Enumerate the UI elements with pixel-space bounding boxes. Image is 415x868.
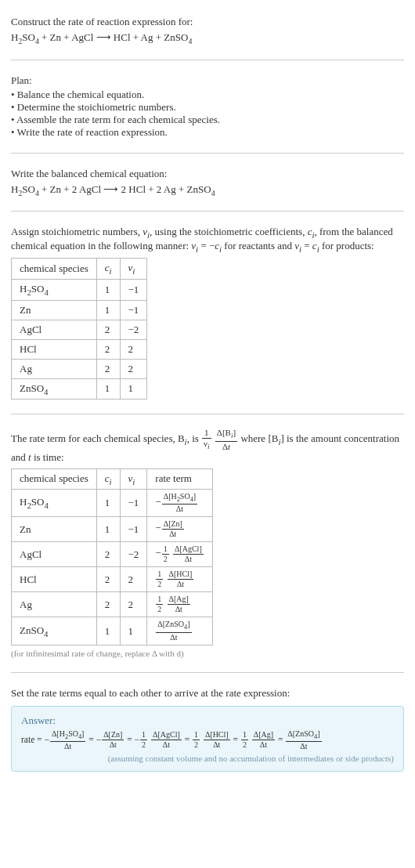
plan-item: Assemble the rate term for each chemical…: [11, 114, 404, 126]
cell-c: 1: [96, 378, 120, 400]
cell-v: −2: [120, 542, 147, 567]
plan-list: Balance the chemical equation.Determine …: [11, 89, 404, 139]
cell-species: AgCl: [12, 542, 97, 567]
cell-species: Ag: [12, 592, 97, 617]
plan-item: Write the rate of reaction expression.: [11, 126, 404, 139]
cell-species: Zn: [12, 517, 97, 542]
answer-box: Answer: rate = −Δ[H2SO4]Δt = −Δ[Zn]Δt = …: [11, 706, 404, 772]
rate-frac: Δ[Zn]Δt: [162, 520, 184, 538]
cell-v: −2: [120, 320, 147, 339]
rate-frac-delta: Δ[Bi] Δt: [215, 429, 237, 450]
cell-v: −1: [120, 517, 147, 542]
cell-v: 2: [120, 339, 147, 359]
answer-title: Answer:: [21, 714, 394, 727]
col-v: νi: [120, 259, 147, 280]
divider: [11, 672, 404, 673]
cell-v: 2: [120, 567, 147, 592]
ans-frac: Δ[Zn]Δt: [102, 731, 124, 749]
rate-intro-prefix2: , is: [187, 432, 201, 444]
table-row: HCl22: [12, 339, 147, 359]
table-row: AgCl2−2−12 Δ[AgCl]Δt: [12, 542, 213, 567]
table-row: Zn1−1: [12, 300, 147, 320]
balanced-equation: H2SO4 + Zn + 2 AgCl ⟶ 2 HCl + 2 Ag + ZnS…: [11, 183, 404, 197]
table-row: AgCl2−2: [12, 320, 147, 339]
table-row: H2SO41−1−Δ[H2SO4]Δt: [12, 490, 213, 517]
rate-prefix: rate =: [21, 735, 44, 744]
cell-c: 2: [96, 592, 120, 617]
plan-section: Plan: Balance the chemical equation.Dete…: [11, 68, 404, 145]
prompt-equation: H2SO4 + Zn + AgCl ⟶ HCl + Ag + ZnSO4: [11, 31, 404, 45]
cell-rate: −Δ[H2SO4]Δt: [147, 490, 212, 517]
cell-species: AgCl: [12, 320, 97, 339]
cell-c: 1: [96, 279, 120, 300]
table-row: HCl2212 Δ[HCl]Δt: [12, 567, 213, 592]
ans-frac: Δ[AgCl]Δt: [151, 731, 182, 749]
rate-intro-prefix: The rate term for each chemical species,…: [11, 432, 185, 444]
table-row: ZnSO411: [12, 378, 147, 400]
cell-v: −1: [120, 490, 147, 517]
cell-species: HCl: [12, 339, 97, 359]
cell-species: HCl: [12, 567, 97, 592]
rate-frac: Δ[H2SO4]Δt: [162, 493, 197, 513]
divider: [11, 211, 404, 212]
rate-coef: 12: [156, 570, 163, 588]
cell-v: 1: [120, 378, 147, 400]
table-row: ZnSO411Δ[ZnSO4]Δt: [12, 617, 213, 645]
plan-label: Plan:: [11, 74, 404, 87]
cell-species: H2SO4: [12, 279, 97, 300]
ans-frac: Δ[ZnSO4]Δt: [286, 730, 321, 750]
table-row: H2SO41−1: [12, 279, 147, 300]
infinitesimal-note: (for infinitesimal rate of change, repla…: [11, 649, 404, 658]
ans-coef: 12: [193, 731, 200, 749]
table-row: Ag2212 Δ[Ag]Δt: [12, 592, 213, 617]
cell-species: ZnSO4: [12, 617, 97, 645]
rate-frac: Δ[HCl]Δt: [168, 570, 194, 588]
ans-frac: Δ[H2SO4]Δt: [50, 730, 85, 750]
divider: [11, 153, 404, 154]
cell-rate: 12 Δ[HCl]Δt: [147, 567, 212, 592]
cell-v: −1: [120, 300, 147, 320]
col-rate: rate term: [147, 468, 212, 490]
cell-c: 1: [96, 617, 120, 645]
rate-coef: 12: [156, 595, 163, 613]
prompt-section: Construct the rate of reaction expressio…: [11, 9, 404, 52]
rate-frac: Δ[Ag]Δt: [168, 595, 190, 613]
answer-expression: rate = −Δ[H2SO4]Δt = −Δ[Zn]Δt = −12 Δ[Ag…: [21, 730, 394, 750]
rate-frac: Δ[ZnSO4]Δt: [156, 620, 191, 641]
ans-coef: 12: [241, 731, 248, 749]
rate-intro: The rate term for each chemical species,…: [11, 429, 404, 463]
cell-species: H2SO4: [12, 490, 97, 517]
ans-coef: 12: [140, 731, 147, 749]
cell-c: 2: [96, 359, 120, 378]
cell-c: 1: [96, 517, 120, 542]
cell-c: 2: [96, 339, 120, 359]
rate-frac: Δ[AgCl]Δt: [173, 545, 204, 563]
cell-species: ZnSO4: [12, 378, 97, 400]
cell-v: 2: [120, 592, 147, 617]
ans-frac: Δ[Ag]Δt: [252, 731, 275, 749]
cell-rate: Δ[ZnSO4]Δt: [147, 617, 212, 645]
plan-item: Balance the chemical equation.: [11, 89, 404, 101]
cell-c: 2: [96, 567, 120, 592]
prompt-title: Construct the rate of reaction expressio…: [11, 16, 404, 28]
rate-section: The rate term for each chemical species,…: [11, 422, 404, 664]
ans-frac: Δ[HCl]Δt: [204, 731, 230, 749]
stoich-table: chemical species ci νi H2SO41−1Zn1−1AgCl…: [11, 258, 147, 400]
col-species: chemical species: [12, 468, 97, 490]
rate-table: chemical species ci νi rate term H2SO41−…: [11, 468, 213, 646]
divider: [11, 414, 404, 414]
final-label: Set the rate terms equal to each other t…: [11, 687, 404, 700]
balanced-label: Write the balanced chemical equation:: [11, 168, 404, 180]
cell-species: Zn: [12, 300, 97, 320]
cell-c: 2: [96, 542, 120, 567]
table-row: Zn1−1−Δ[Zn]Δt: [12, 517, 213, 542]
cell-rate: −Δ[Zn]Δt: [147, 517, 212, 542]
rate-coef: 12: [162, 545, 169, 563]
stoich-intro: Assign stoichiometric numbers, νi, using…: [11, 226, 404, 253]
cell-rate: −12 Δ[AgCl]Δt: [147, 542, 212, 567]
col-c: ci: [96, 259, 120, 280]
balanced-section: Write the balanced chemical equation: H2…: [11, 161, 404, 204]
cell-v: 2: [120, 359, 147, 378]
cell-v: −1: [120, 279, 147, 300]
cell-c: 1: [96, 490, 120, 517]
